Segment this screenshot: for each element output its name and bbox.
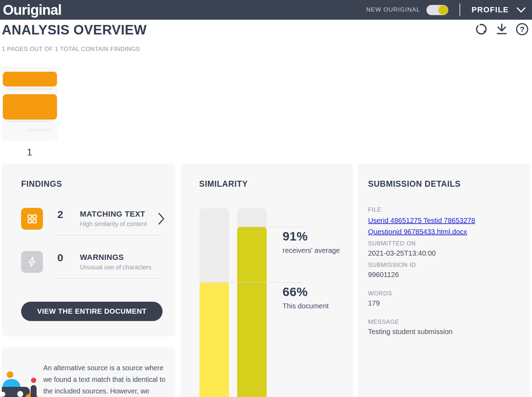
text-line-placeholder [7,88,53,90]
profile-menu[interactable]: PROFILE [471,5,509,14]
warnings-description: Unusual use of characters [80,264,151,271]
navbar-divider [460,4,460,16]
words-label: WORDS [368,290,523,297]
file-link[interactable]: Questionid 96785433.html.docx [368,228,523,236]
exclamation-bar [31,385,37,397]
top-navbar: Ouriginal NEW OURIGINAL PROFILE [0,0,532,20]
chevron-down-icon[interactable] [515,5,527,14]
matching-text-highlight-block [3,72,57,87]
analysis-overview-page: Ouriginal NEW OURIGINAL PROFILE ANALYSIS… [0,0,532,397]
matching-text-label: MATCHING TEXT [80,210,145,219]
this-document-value: 66% This document [283,285,329,310]
page-title: ANALYSIS OVERVIEW [2,23,147,38]
navbar-right: NEW OURIGINAL PROFILE [366,0,527,20]
this-document-label: This document [283,302,329,310]
exclamation-dot [31,378,36,383]
toggle-knob [438,5,448,15]
submission-details-body: FILE Userid 48651275 Testid 78653278 Que… [368,206,523,347]
finding-matching-text-row[interactable]: 2 MATCHING TEXT High similarity of conte… [21,208,165,235]
similarity-title: SIMILARITY [199,179,248,189]
similarity-bar-fill [237,227,267,397]
receivers-average-label: receivers' average [283,246,340,255]
download-icon[interactable] [495,22,509,37]
refresh-icon[interactable] [474,22,488,37]
submission-id-label: SUBMISSION ID [368,262,523,269]
robot-head-dome [2,379,20,387]
this-document-pct: 66% [283,285,329,299]
thumbnail-page-number: 1 [2,147,57,158]
header-actions: ? [474,22,529,37]
grid-icon [21,208,43,230]
finding-warnings-row[interactable]: 0 WARNINGS Unusual use of characters [21,251,165,278]
view-entire-document-button[interactable]: VIEW THE ENTIRE DOCUMENT [21,302,163,321]
new-ouriginal-toggle[interactable] [426,5,448,15]
similarity-bar-this-document [200,208,229,397]
findings-card: FINDINGS 2 MATCHING TEXT High similarity… [2,164,175,337]
submission-details-card: SUBMISSION DETAILS FILE Userid 48651275 … [358,164,530,397]
new-ouriginal-label: NEW OURIGINAL [366,6,420,13]
submission-details-title: SUBMISSION DETAILS [368,179,461,189]
text-line-placeholder [6,120,51,122]
robot-antenna-dot [7,371,13,378]
findings-title: FINDINGS [21,179,62,189]
warnings-label: WARNINGS [80,253,124,262]
submitted-on-value: 2021-03-25T13:40:00 [368,249,523,257]
similarity-bar-fill [200,282,229,397]
svg-text:?: ? [520,25,525,34]
receivers-average-value: 91% receivers' average [283,229,340,255]
matching-text-highlight-block [3,94,57,120]
message-value: Testing student submission [368,328,523,336]
words-value: 179 [368,299,523,307]
similarity-threshold-line [236,227,303,227]
findings-divider [56,278,163,278]
ouriginal-logo: Ouriginal [3,0,62,20]
similarity-card: SIMILARITY 91% receivers' average 66% Th… [180,164,353,397]
page-thumbnail[interactable] [2,66,57,140]
receivers-average-pct: 91% [283,229,340,243]
lightning-icon [21,251,43,273]
help-icon[interactable]: ? [515,22,529,37]
message-label: MESSAGE [368,319,523,326]
matching-text-count: 2 [57,209,63,220]
alternative-source-card: An alternative source is a source where … [2,347,175,397]
matching-text-description: High similarity of content [80,220,147,228]
pages-findings-summary: 1 PAGES OUT OF 1 TOTAL CONTAIN FINDINGS [2,46,140,53]
file-link[interactable]: Userid 48651275 Testid 78653278 [368,217,523,225]
submission-id-value: 99601126 [368,271,523,279]
text-line-placeholder [28,129,51,131]
findings-divider [56,235,163,235]
submitted-on-label: SUBMITTED ON [368,240,523,247]
similarity-bar-receivers-average [237,208,267,397]
alternative-source-text: An alternative source is a source where … [43,362,171,397]
chevron-right-icon[interactable] [158,212,165,225]
file-label: FILE [368,206,523,213]
similarity-threshold-line [200,282,303,283]
warnings-count: 0 [57,252,63,264]
robot-eye [17,391,23,397]
